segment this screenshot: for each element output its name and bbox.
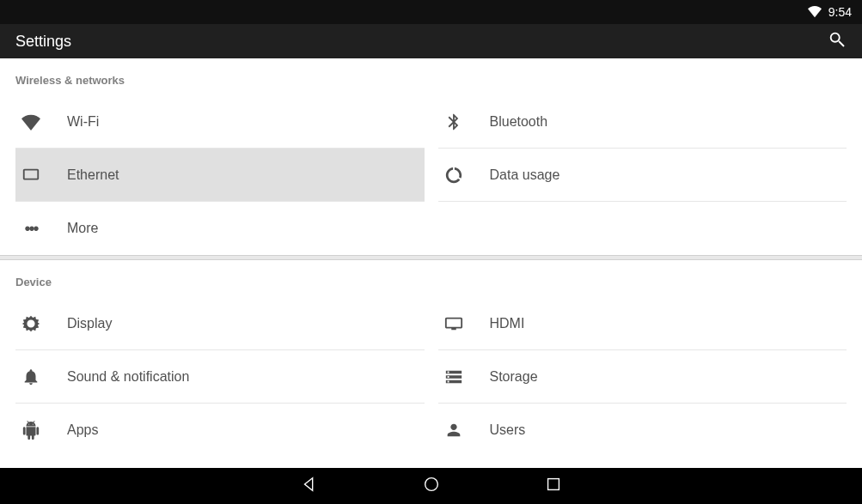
settings-item-bluetooth[interactable]: Bluetooth — [438, 95, 847, 149]
settings-item-label: HDMI — [490, 316, 525, 331]
home-icon — [422, 482, 441, 496]
settings-item-label: Apps — [67, 422, 98, 438]
navigation-bar — [0, 468, 862, 504]
settings-item-label: More — [67, 221, 98, 236]
app-bar: Settings — [0, 24, 862, 58]
bell-icon — [21, 367, 41, 387]
wireless-grid: Wi-Fi Bluetooth Ethernet Data usage ••• … — [0, 95, 862, 255]
settings-item-label: Sound & notification — [67, 369, 189, 385]
status-time: 9:54 — [828, 5, 852, 19]
wifi-icon — [21, 112, 41, 132]
nav-recent-button[interactable] — [544, 475, 563, 497]
user-icon — [443, 420, 464, 440]
settings-item-label: Wi-Fi — [67, 114, 99, 130]
settings-item-apps[interactable]: Apps — [15, 404, 425, 457]
nav-home-button[interactable] — [422, 475, 441, 497]
settings-item-label: Data usage — [490, 167, 560, 183]
settings-item-sound[interactable]: Sound & notification — [15, 350, 425, 404]
settings-item-label: Bluetooth — [490, 114, 548, 130]
settings-item-ethernet[interactable]: Ethernet — [15, 149, 425, 202]
settings-item-label: Storage — [490, 369, 538, 385]
section-header-wireless: Wireless & networks — [0, 58, 862, 95]
settings-item-label: Display — [67, 316, 112, 331]
hdmi-icon — [443, 313, 464, 334]
status-bar: 9:54 — [0, 0, 862, 24]
device-grid: Display HDMI Sound & notification Storag… — [0, 297, 862, 457]
settings-item-label: Users — [490, 422, 526, 438]
settings-content: Wireless & networks Wi-Fi Bluetooth Ethe… — [0, 58, 862, 457]
section-header-device: Device — [0, 260, 862, 297]
search-icon — [828, 37, 847, 52]
more-icon: ••• — [21, 218, 41, 239]
data-usage-icon — [443, 165, 464, 185]
apps-icon — [21, 420, 41, 440]
bluetooth-icon — [443, 112, 464, 132]
recents-icon — [544, 482, 563, 496]
settings-item-users[interactable]: Users — [438, 404, 847, 457]
wifi-status-icon — [808, 4, 822, 21]
settings-item-label: Ethernet — [67, 167, 119, 183]
search-button[interactable] — [828, 30, 847, 52]
settings-item-wifi[interactable]: Wi-Fi — [15, 95, 425, 149]
back-icon — [300, 482, 319, 496]
svg-rect-1 — [547, 479, 559, 490]
page-title: Settings — [15, 33, 71, 51]
brightness-icon — [21, 313, 41, 334]
svg-point-0 — [425, 478, 437, 491]
settings-item-hdmi[interactable]: HDMI — [438, 297, 847, 350]
nav-back-button[interactable] — [300, 475, 319, 497]
settings-item-more[interactable]: ••• More — [15, 202, 425, 255]
settings-item-display[interactable]: Display — [15, 297, 425, 350]
storage-icon — [443, 367, 464, 387]
ethernet-icon — [21, 165, 41, 185]
settings-item-storage[interactable]: Storage — [438, 350, 847, 404]
settings-item-data-usage[interactable]: Data usage — [438, 149, 847, 202]
